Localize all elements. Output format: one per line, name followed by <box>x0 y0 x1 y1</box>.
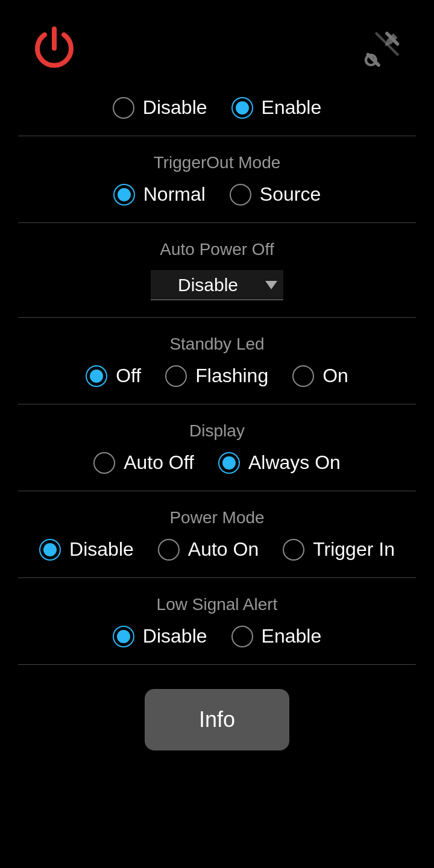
disable-label: Disable <box>143 96 207 119</box>
power-mode-group: Disable Auto On Trigger In <box>36 538 398 561</box>
auto-on-label: Auto On <box>188 538 259 561</box>
disable-option[interactable]: Disable <box>113 96 207 119</box>
trigger-out-mode-title: TriggerOut Mode <box>36 153 398 172</box>
standby-flashing-option[interactable]: Flashing <box>165 365 268 387</box>
low-signal-alert-section: Low Signal Alert Disable Enable <box>0 578 434 664</box>
disable-radio[interactable] <box>113 97 134 119</box>
normal-label: Normal <box>143 183 206 206</box>
display-title: Display <box>36 421 398 441</box>
trigger-out-mode-group: Normal Source <box>36 183 398 206</box>
enable-disable-section: Disable Enable <box>0 84 434 136</box>
source-label: Source <box>260 183 321 206</box>
source-option[interactable]: Source <box>230 183 321 206</box>
alert-disable-label: Disable <box>143 625 207 647</box>
trigger-in-label: Trigger In <box>313 538 395 561</box>
enable-label: Enable <box>262 96 322 119</box>
standby-on-option[interactable]: On <box>292 365 348 387</box>
enable-radio[interactable] <box>231 97 253 119</box>
standby-off-radio[interactable] <box>86 365 107 387</box>
display-group: Auto Off Always On <box>36 451 398 474</box>
alert-enable-label: Enable <box>262 625 322 647</box>
standby-on-label: On <box>322 365 348 387</box>
source-radio[interactable] <box>230 184 251 206</box>
auto-on-radio[interactable] <box>158 539 180 561</box>
normal-radio[interactable] <box>113 184 135 206</box>
header <box>0 0 434 84</box>
enable-option[interactable]: Enable <box>231 96 322 119</box>
standby-on-radio[interactable] <box>292 365 314 387</box>
always-on-label: Always On <box>248 451 341 474</box>
trigger-in-radio[interactable] <box>283 539 304 561</box>
normal-option[interactable]: Normal <box>113 183 206 206</box>
always-on-radio[interactable] <box>218 452 240 474</box>
always-on-option[interactable]: Always On <box>218 451 341 474</box>
settings-icon[interactable] <box>362 27 404 69</box>
standby-flashing-radio[interactable] <box>165 365 187 387</box>
trigger-out-mode-section: TriggerOut Mode Normal Source <box>0 136 434 222</box>
enable-disable-group: Disable Enable <box>36 96 398 119</box>
auto-power-off-dropdown-container: Disable 5 min 10 min 30 min 60 min <box>151 270 283 300</box>
power-disable-option[interactable]: Disable <box>39 538 134 561</box>
standby-led-title: Standby Led <box>36 335 398 354</box>
auto-off-radio[interactable] <box>93 452 115 474</box>
low-signal-alert-group: Disable Enable <box>36 625 398 647</box>
alert-enable-radio[interactable] <box>231 626 253 647</box>
auto-power-off-title: Auto Power Off <box>36 240 398 259</box>
alert-disable-radio[interactable] <box>113 626 134 647</box>
auto-on-option[interactable]: Auto On <box>158 538 259 561</box>
standby-led-group: Off Flashing On <box>36 365 398 387</box>
power-mode-title: Power Mode <box>36 508 398 527</box>
power-disable-label: Disable <box>69 538 134 561</box>
trigger-in-option[interactable]: Trigger In <box>283 538 395 561</box>
info-button[interactable]: Info <box>145 689 289 750</box>
auto-off-label: Auto Off <box>124 451 194 474</box>
auto-off-option[interactable]: Auto Off <box>93 451 194 474</box>
power-mode-section: Power Mode Disable Auto On Trigger In <box>0 491 434 577</box>
display-section: Display Auto Off Always On <box>0 404 434 491</box>
alert-enable-option[interactable]: Enable <box>231 625 322 647</box>
auto-power-off-dropdown-wrapper: Disable 5 min 10 min 30 min 60 min <box>36 270 398 300</box>
standby-off-option[interactable]: Off <box>86 365 141 387</box>
standby-off-label: Off <box>116 365 141 387</box>
alert-disable-option[interactable]: Disable <box>113 625 207 647</box>
standby-led-section: Standby Led Off Flashing On <box>0 318 434 404</box>
auto-power-off-section: Auto Power Off Disable 5 min 10 min 30 m… <box>0 223 434 317</box>
power-disable-radio[interactable] <box>39 539 61 561</box>
low-signal-alert-title: Low Signal Alert <box>36 595 398 614</box>
standby-flashing-label: Flashing <box>195 365 268 387</box>
auto-power-off-dropdown[interactable]: Disable 5 min 10 min 30 min 60 min <box>151 270 283 300</box>
power-icon <box>30 24 78 72</box>
divider-7 <box>18 664 416 665</box>
